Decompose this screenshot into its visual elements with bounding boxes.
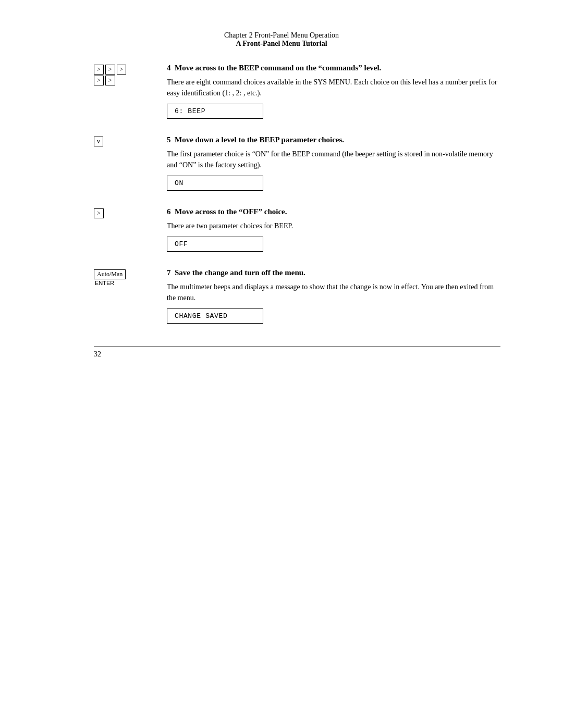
page-container: Chapter 2 Front-Panel Menu Operation A F… xyxy=(0,0,563,728)
chapter-title: Chapter 2 Front-Panel Menu Operation xyxy=(0,31,563,40)
step-7-keys: Auto/Man ENTER xyxy=(94,268,156,286)
step-6-display: OFF xyxy=(167,237,263,252)
arrow-right-key-1: > xyxy=(94,65,104,75)
step-6-content: 6 Move across to the “OFF” choice. There… xyxy=(167,207,500,254)
step-7-heading: 7 Save the change and turn off the menu. xyxy=(167,268,500,277)
step-6-body: There are two parameter choices for BEEP… xyxy=(167,220,500,231)
footer-divider xyxy=(94,347,500,347)
page-number: 32 xyxy=(0,350,563,359)
step-5-section: v 5 Move down a level to the BEEP parame… xyxy=(94,135,500,193)
automan-key[interactable]: Auto/Man xyxy=(94,269,126,279)
step-7-section: Auto/Man ENTER 7 Save the change and tur… xyxy=(94,268,500,326)
step-4-keys: > > > > > xyxy=(94,64,156,87)
step-5-keys: v xyxy=(94,135,156,147)
arrow-down-key: v xyxy=(94,137,103,146)
step-6-keys: > xyxy=(94,207,156,219)
key-row-down: v xyxy=(94,137,103,146)
step-6-section: > 6 Move across to the “OFF” choice. The… xyxy=(94,207,500,254)
step-7-number: 7 xyxy=(167,268,171,277)
step-4-number: 4 xyxy=(167,64,171,72)
enter-label: ENTER xyxy=(94,280,114,286)
arrow-right-key-5: > xyxy=(105,76,115,85)
step-5-body: The first parameter choice is “ON” for t… xyxy=(167,149,500,170)
step-5-heading: 5 Move down a level to the BEEP paramete… xyxy=(167,135,500,144)
key-row-1: > > > xyxy=(94,65,126,75)
page-header: Chapter 2 Front-Panel Menu Operation A F… xyxy=(0,21,563,48)
chapter-subtitle: A Front-Panel Menu Tutorial xyxy=(0,40,563,48)
step-4-display: 6: BEEP xyxy=(167,104,263,119)
step-5-content: 5 Move down a level to the BEEP paramete… xyxy=(167,135,500,193)
step-4-content: 4 Move across to the BEEP command on the… xyxy=(167,64,500,121)
step-7-body: The multimeter beeps and displays a mess… xyxy=(167,281,500,303)
arrow-right-key-3: > xyxy=(117,65,127,75)
step-4-body: There are eight command choices availabl… xyxy=(167,77,500,98)
step-6-number: 6 xyxy=(167,207,171,216)
key-row-2: > > xyxy=(94,76,115,85)
step-5-display: ON xyxy=(167,176,263,191)
arrow-right-key-4: > xyxy=(94,76,104,85)
content-area: > > > > > 4 Move across to the BEEP comm… xyxy=(0,64,563,326)
step-5-number: 5 xyxy=(167,135,171,144)
step-4-section: > > > > > 4 Move across to the BEEP comm… xyxy=(94,64,500,121)
key-row-right: > xyxy=(94,208,104,218)
arrow-right-key-2: > xyxy=(105,65,115,75)
step-7-display: CHANGE SAVED xyxy=(167,309,263,324)
step-7-content: 7 Save the change and turn off the menu.… xyxy=(167,268,500,326)
step-6-heading: 6 Move across to the “OFF” choice. xyxy=(167,207,500,216)
arrow-right-key-6: > xyxy=(94,208,104,218)
step-4-heading: 4 Move across to the BEEP command on the… xyxy=(167,64,500,72)
